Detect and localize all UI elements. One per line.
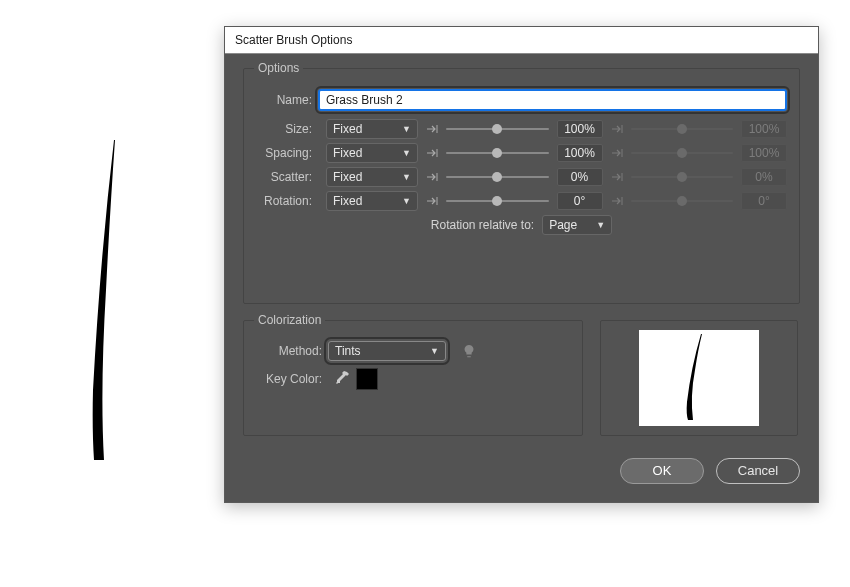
param-value-1[interactable]: 100% [557, 144, 603, 162]
param-value-2: 0% [741, 168, 787, 186]
param-slider-1[interactable] [426, 123, 549, 135]
param-mode-value: Fixed [333, 146, 362, 160]
colorization-fieldset: Colorization Method: Tints ▼ Key Color: [243, 320, 583, 436]
chevron-down-icon: ▼ [402, 196, 411, 206]
ok-button[interactable]: OK [620, 458, 704, 484]
param-slider-2 [611, 147, 734, 159]
name-input[interactable] [318, 89, 787, 111]
param-value-2: 0° [741, 192, 787, 210]
param-row-spacing: Spacing:Fixed▼100%100% [256, 143, 787, 163]
param-slider-1[interactable] [426, 195, 549, 207]
param-slider-2 [611, 171, 734, 183]
cancel-button[interactable]: Cancel [716, 458, 800, 484]
param-mode-dropdown[interactable]: Fixed▼ [326, 191, 418, 211]
param-row-rotation: Rotation:Fixed▼0°0° [256, 191, 787, 211]
canvas-brush-stroke [90, 140, 140, 473]
dialog-buttons: OK Cancel [243, 458, 800, 484]
param-slider-1[interactable] [426, 147, 549, 159]
chevron-down-icon: ▼ [596, 220, 605, 230]
brush-preview-panel [600, 320, 798, 436]
param-mode-dropdown[interactable]: Fixed▼ [326, 167, 418, 187]
param-value-2: 100% [741, 144, 787, 162]
flip-axis-icon [611, 123, 625, 135]
flip-axis-icon [611, 147, 625, 159]
param-mode-value: Fixed [333, 194, 362, 208]
eyedropper-icon[interactable] [334, 371, 350, 387]
method-dropdown[interactable]: Tints ▼ [328, 341, 446, 361]
param-value-1[interactable]: 0° [557, 192, 603, 210]
flip-axis-icon[interactable] [426, 123, 440, 135]
param-label: Rotation: [256, 194, 318, 208]
brush-preview [639, 330, 759, 426]
options-fieldset: Options Name: Size:Fixed▼100%100%Spacing… [243, 68, 800, 304]
param-label: Spacing: [256, 146, 318, 160]
chevron-down-icon: ▼ [402, 172, 411, 182]
param-mode-dropdown[interactable]: Fixed▼ [326, 119, 418, 139]
param-mode-value: Fixed [333, 122, 362, 136]
param-slider-2 [611, 123, 734, 135]
param-label: Scatter: [256, 170, 318, 184]
rotation-relative-dropdown[interactable]: Page ▼ [542, 215, 612, 235]
chevron-down-icon: ▼ [402, 148, 411, 158]
param-slider-2 [611, 195, 734, 207]
rotation-relative-value: Page [549, 218, 577, 232]
flip-axis-icon [611, 195, 625, 207]
colorization-legend: Colorization [254, 313, 325, 327]
name-label: Name: [256, 93, 318, 107]
dialog-titlebar[interactable]: Scatter Brush Options [225, 27, 818, 54]
param-mode-dropdown[interactable]: Fixed▼ [326, 143, 418, 163]
flip-axis-icon[interactable] [426, 195, 440, 207]
flip-axis-icon[interactable] [426, 147, 440, 159]
param-row-size: Size:Fixed▼100%100% [256, 119, 787, 139]
keycolor-swatch[interactable] [356, 368, 378, 390]
param-value-1[interactable]: 0% [557, 168, 603, 186]
chevron-down-icon: ▼ [402, 124, 411, 134]
param-row-scatter: Scatter:Fixed▼0%0% [256, 167, 787, 187]
param-value-2: 100% [741, 120, 787, 138]
param-slider-1[interactable] [426, 171, 549, 183]
options-legend: Options [254, 61, 303, 75]
scatter-brush-options-dialog: Scatter Brush Options Options Name: Size… [224, 26, 819, 503]
method-value: Tints [335, 344, 361, 358]
param-label: Size: [256, 122, 318, 136]
param-mode-value: Fixed [333, 170, 362, 184]
keycolor-label: Key Color: [256, 372, 328, 386]
flip-axis-icon[interactable] [426, 171, 440, 183]
rotation-relative-label: Rotation relative to: [431, 218, 534, 232]
method-label: Method: [256, 344, 328, 358]
dialog-title: Scatter Brush Options [235, 33, 352, 47]
chevron-down-icon: ▼ [430, 346, 439, 356]
param-value-1[interactable]: 100% [557, 120, 603, 138]
tip-lightbulb-icon[interactable] [462, 344, 476, 358]
flip-axis-icon [611, 171, 625, 183]
